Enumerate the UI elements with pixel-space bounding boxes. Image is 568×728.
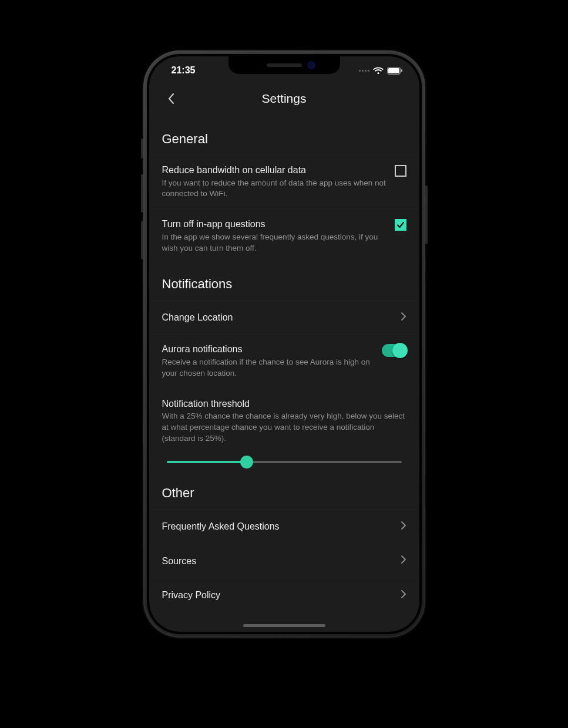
row-desc: With a 25% chance the chance is already … [162,411,406,444]
status-time: 21:35 [166,65,196,76]
phone-side-button [425,186,428,244]
toggle-knob [392,343,408,358]
app-screen: 21:35 S [149,56,419,632]
phone-speaker [267,63,302,67]
nav-header: Settings [149,82,419,115]
slider-thumb[interactable] [240,456,253,469]
wifi-icon [373,67,384,75]
row-sources[interactable]: Sources [149,544,419,578]
page-title: Settings [262,92,307,106]
row-privacy-policy[interactable]: Privacy Policy [149,578,419,612]
row-title: Frequently Asked Questions [162,520,280,533]
row-title: Aurora notifications [162,343,375,356]
home-indicator[interactable] [243,624,325,627]
chevron-right-icon [401,521,406,532]
row-title: Turn off in-app questions [162,218,388,231]
slider-fill [167,461,247,463]
cellular-dots-icon [359,70,369,72]
row-desc: In the app we show several frequently as… [162,232,388,254]
check-icon [396,221,405,229]
back-button[interactable] [162,89,181,108]
row-desc: Receive a notification if the chance to … [162,357,375,379]
row-change-location[interactable]: Change Location [149,300,419,335]
threshold-slider[interactable] [167,461,402,463]
section-header-other: Other [149,473,419,509]
chevron-right-icon [401,555,406,567]
row-title: Sources [162,555,197,568]
chevron-right-icon [401,589,406,601]
row-title: Privacy Policy [162,589,221,602]
phone-notch [228,56,340,74]
svg-rect-2 [401,69,402,72]
row-notification-threshold: Notification threshold With a 25% chance… [149,389,419,457]
row-title: Notification threshold [162,397,406,410]
phone-side-button [141,174,143,213]
row-title: Change Location [162,311,233,324]
turn-off-questions-checkbox[interactable] [395,219,406,231]
settings-content: Settings General Reduce bandwidth on cel… [149,82,419,632]
row-faq[interactable]: Frequently Asked Questions [149,509,419,544]
phone-side-button [141,221,143,259]
row-turn-off-questions[interactable]: Turn off in-app questions In the app we … [149,209,419,263]
reduce-bandwidth-checkbox[interactable] [395,165,406,177]
section-header-general: General [149,115,419,155]
row-desc: If you want to reduce the amount of data… [162,178,388,200]
chevron-left-icon [168,93,175,105]
row-aurora-notifications[interactable]: Aurora notifications Receive a notificat… [149,334,419,388]
chevron-right-icon [401,312,406,323]
phone-camera [308,62,314,68]
aurora-notifications-toggle[interactable] [382,344,406,357]
phone-side-button [141,139,143,159]
section-header-notifications: Notifications [149,264,419,300]
svg-rect-1 [388,68,399,73]
battery-icon [387,67,403,75]
phone-frame: 21:35 S [143,50,425,638]
row-title: Reduce bandwidth on cellular data [162,164,388,177]
row-reduce-bandwidth[interactable]: Reduce bandwidth on cellular data If you… [149,155,419,209]
